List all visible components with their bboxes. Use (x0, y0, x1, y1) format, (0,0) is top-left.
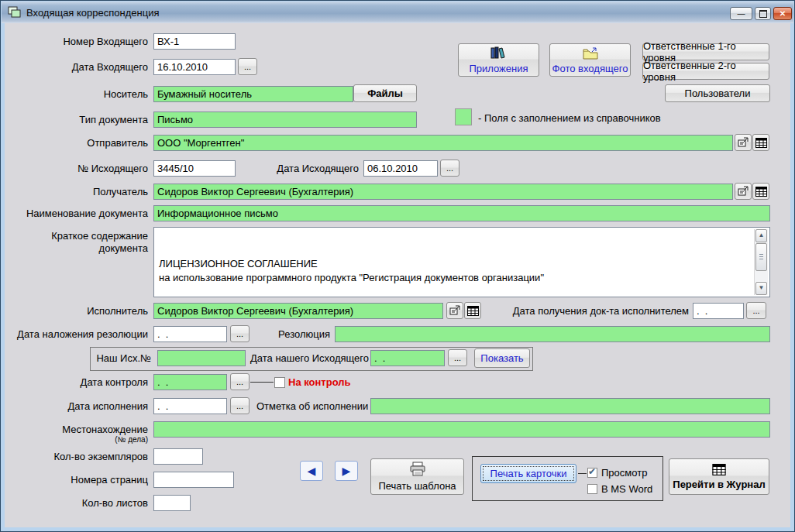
attachments-label: Приложения (469, 63, 528, 74)
legend-text: - Поля с заполнением из справочников (478, 112, 788, 124)
go-to-journal-button[interactable]: Перейти в Журнал (669, 458, 769, 495)
thumb-grip (759, 254, 763, 260)
card-icon (738, 186, 749, 197)
label-execution-mark: Отметка об исполнении (256, 400, 367, 412)
recipient-card-button[interactable] (735, 183, 752, 200)
location-input[interactable] (153, 421, 770, 438)
incoming-date-input[interactable] (153, 59, 236, 75)
close-icon: ✕ (780, 9, 786, 18)
doc-type-input[interactable] (153, 112, 417, 128)
sender-input[interactable] (153, 135, 733, 151)
resolution-date-picker-button[interactable]: ... (230, 325, 250, 342)
recipient-input[interactable] (153, 184, 733, 200)
label-doc-type: Тип документа (5, 114, 148, 125)
titlebar[interactable]: Входящая корреспонденция (2, 2, 793, 23)
recipient-directory-button[interactable] (752, 183, 769, 200)
our-outgoing-date-input[interactable] (370, 350, 445, 366)
incoming-date-picker-button[interactable]: ... (238, 58, 257, 75)
scroll-down-icon[interactable]: ▼ (755, 282, 767, 295)
print-card-connector-line (578, 473, 587, 474)
responsible-level1-button[interactable]: Ответственные 1-го уровня (642, 43, 769, 60)
show-button[interactable]: Показать (474, 348, 530, 368)
restore-icon (759, 10, 767, 18)
page-numbers-input[interactable] (153, 472, 234, 488)
execution-date-input[interactable] (153, 398, 227, 414)
app-icon (8, 6, 22, 19)
outgoing-date-input[interactable] (363, 160, 438, 177)
label-executor: Исполнитель (5, 305, 148, 317)
print-template-label: Печать шаблона (378, 480, 456, 492)
sender-directory-button[interactable] (752, 134, 769, 151)
table-icon (755, 138, 767, 148)
execution-mark-input[interactable] (370, 398, 770, 414)
summary-scrollbar[interactable]: ▲ ▼ (754, 229, 768, 295)
close-button[interactable]: ✕ (773, 7, 792, 20)
check-icon: ✔ (588, 466, 596, 477)
our-outgoing-date-picker-button[interactable]: ... (448, 349, 467, 366)
label-resolution-date: Дата наложения резолюции (5, 328, 148, 340)
preview-checkbox[interactable]: ✔ (587, 468, 597, 478)
received-date-picker-button[interactable]: ... (746, 302, 766, 319)
msword-checkbox[interactable] (587, 484, 597, 494)
label-resolution: Резолюция (256, 328, 330, 340)
next-arrow-icon: ▶ (342, 465, 351, 476)
table-icon (755, 187, 767, 197)
label-recipient: Получатель (5, 186, 148, 197)
incoming-photo-button[interactable]: Фото входящего (549, 43, 631, 77)
label-page-numbers: Номера страниц (5, 474, 148, 486)
label-location-1: Местонахождение (5, 424, 148, 435)
attachments-button[interactable]: Приложения (458, 43, 539, 77)
label-control-date: Дата контроля (5, 376, 148, 388)
files-button[interactable]: Файлы (353, 84, 417, 102)
label-our-outgoing-number: Наш Исх.№ (92, 352, 151, 364)
print-card-button[interactable]: Печать карточки (480, 464, 576, 483)
label-location-2: (№ дела) (5, 435, 148, 444)
incoming-number-input[interactable] (153, 33, 236, 50)
label-outgoing-date: Дата Исходящего (256, 163, 359, 174)
sender-card-button[interactable] (735, 134, 752, 151)
window-title: Входящая корреспонденция (26, 7, 159, 19)
carrier-input[interactable] (153, 86, 353, 102)
summary-text: ЛИЦЕНЗИОННОЕ СОГЛАШЕНИЕ на использование… (159, 257, 752, 297)
outgoing-date-picker-button[interactable]: ... (440, 160, 459, 177)
doc-name-input[interactable] (153, 205, 770, 221)
card-icon (449, 305, 460, 316)
label-outgoing-number: № Исходящего (5, 163, 148, 174)
label-execution-date: Дата исполнения (5, 400, 148, 412)
users-button[interactable]: Пользователи (665, 84, 770, 102)
received-date-input[interactable] (693, 303, 744, 319)
scrollbar-thumb[interactable] (755, 243, 767, 271)
scroll-up-icon[interactable]: ▲ (755, 229, 767, 242)
preview-label: Просмотр (601, 467, 663, 479)
restore-button[interactable] (755, 7, 771, 20)
books-icon (490, 46, 508, 60)
prev-record-button[interactable]: ◀ (300, 461, 323, 481)
control-date-input[interactable] (153, 374, 227, 390)
summary-textarea[interactable]: ЛИЦЕНЗИОННОЕ СОГЛАШЕНИЕ на использование… (153, 227, 770, 297)
outgoing-number-input[interactable] (153, 160, 236, 177)
minimize-button[interactable]: — (730, 7, 752, 20)
label-incoming-date: Дата Входящего (5, 61, 148, 73)
label-summary-2: документа (5, 242, 148, 254)
our-outgoing-number-input[interactable] (157, 350, 246, 366)
table-icon (467, 306, 479, 316)
label-received-date: Дата получения док-та исполнителем (501, 305, 689, 317)
journal-table-icon (711, 464, 727, 475)
executor-card-button[interactable] (446, 302, 463, 319)
resolution-date-input[interactable] (153, 326, 227, 342)
control-date-picker-button[interactable]: ... (230, 373, 250, 390)
label-sheets-count: Кол-во листов (5, 497, 148, 509)
print-template-button[interactable]: Печать шаблона (370, 458, 464, 495)
responsible-level2-button[interactable]: Ответственные 2-го уровня (642, 63, 769, 80)
incoming-correspondence-window: Входящая корреспонденция — ✕ Номер Входя… (0, 0, 795, 532)
resolution-input[interactable] (335, 326, 770, 342)
next-record-button[interactable]: ▶ (335, 461, 358, 481)
sheets-count-input[interactable] (153, 495, 191, 511)
copies-count-input[interactable] (153, 448, 203, 465)
label-copies-count: Кол-во экземпляров (5, 451, 148, 462)
executor-input[interactable] (153, 303, 443, 319)
execution-date-picker-button[interactable]: ... (230, 397, 250, 414)
on-control-checkbox[interactable] (274, 377, 285, 388)
prev-arrow-icon: ◀ (308, 465, 316, 476)
executor-directory-button[interactable] (464, 302, 481, 319)
